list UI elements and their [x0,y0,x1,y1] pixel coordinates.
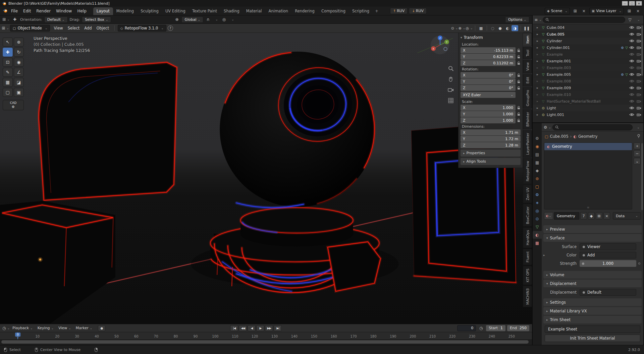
new-scene-button[interactable]: ⊞ [572,8,579,14]
menubar-item[interactable]: Help [74,8,89,14]
add-slot-button[interactable]: ＋ [634,142,641,149]
outliner-row[interactable]: ▸ ▽ ⊙ Example.008 ⚙ ▽ [533,78,643,84]
object-visibility-dropdown[interactable]: ⊙ [451,25,458,31]
new-material-button[interactable]: ⊞ [596,212,602,220]
displacement-panel-header[interactable]: Displacement [543,280,642,287]
breadcrumb-material[interactable]: Geometry [578,134,597,139]
menubar-item[interactable]: Edit [20,8,34,14]
proportional-editing-icon[interactable]: ◎ [221,16,227,22]
outliner-row[interactable]: ▸ ▽ ⊙ Example ⚙ ▽ [533,51,643,58]
pan-hand-icon[interactable] [447,76,454,82]
hide-eye-icon[interactable] [629,86,634,90]
data-source-dropdown[interactable]: Data [613,212,641,220]
tab-particles[interactable]: ∗ [533,199,542,206]
blender-logo-icon[interactable] [3,9,8,13]
current-frame-field[interactable]: 0 [457,325,476,331]
scrollbar-handle[interactable] [1,340,529,344]
lock-icon[interactable] [517,55,521,59]
disable-render-camera-icon[interactable] [637,100,641,103]
disable-render-camera-icon[interactable] [637,66,641,69]
timeline-ruler[interactable]: 0 01020304050607080901001101201301401501… [0,332,532,339]
orientation-dropdown[interactable]: Default [44,16,68,23]
scene-selector[interactable]: ◆ Scene [545,8,570,14]
outliner-row[interactable]: ▸ ▽ ⊙ Cylinder ⚙ ▽ [533,38,643,44]
snap-target-dropdown[interactable] [213,16,219,22]
viewport-canvas[interactable]: .f{fill:#060606} .rh{stroke:rgba(255,40,… [0,33,532,324]
cursor-tool[interactable]: ⊕ [14,38,24,47]
jump-start-button[interactable]: |◀ [230,325,238,331]
trim-sheet-panel-header[interactable]: Trim Sheet [543,316,642,323]
hide-eye-icon[interactable] [629,93,634,96]
scale-tool[interactable]: ⊡ [3,58,13,67]
jump-end-button[interactable]: ▶| [274,325,282,331]
outliner-row[interactable]: ▸ ▽ ⊙ Cube.004 ⚙ ▽ [533,24,643,31]
ortho-grid-icon[interactable] [447,97,454,104]
n-panel-tab[interactable]: GroupPro [523,87,532,109]
navigation-gizmo[interactable]: X Y Z [430,35,450,56]
outliner-scrollbar[interactable] [641,25,643,76]
hide-eye-icon[interactable] [629,66,634,69]
lock-icon[interactable] [517,73,521,77]
n-panel-tab[interactable]: View [523,60,532,73]
overlays-dropdown[interactable]: ◎ [466,25,473,31]
hide-eye-icon[interactable] [629,73,634,76]
tab-scene[interactable]: ◆ [533,167,542,174]
lock-icon[interactable] [517,61,521,65]
expand-arrow-icon[interactable]: ▸ [537,53,540,56]
workspace-tab[interactable]: Sculpting [137,7,162,15]
tab-object[interactable]: ▢ [533,183,542,190]
surface-shader-field[interactable]: Viewer [580,243,636,250]
fake-user-shield-icon[interactable]: ◆ [588,212,595,220]
zoom-icon[interactable] [447,65,454,72]
editor-split-icon[interactable]: ❚❚ [523,25,530,31]
users-count-button[interactable]: 7 [580,212,587,220]
n-panel-tab[interactable]: LayerPainter [523,130,532,158]
frame-end-field[interactable]: End 250 [507,325,529,331]
disable-render-camera-icon[interactable] [637,113,641,116]
lock-icon[interactable] [517,86,521,90]
unlink-scene-button[interactable]: × [581,8,587,14]
measure-tool[interactable]: ∠ [14,68,24,77]
dimension-field[interactable]: X1.71 m [461,129,521,135]
slot-specials-menu[interactable]: ⌄ [634,158,641,165]
transform-orientation-dropdown[interactable]: Global [181,16,203,23]
xray-toggle-icon[interactable]: ▩ [478,25,484,31]
rotate-tool[interactable]: ↻ [14,48,24,57]
editor-type-icon[interactable]: ◷ [3,325,9,331]
viewport-menu-item[interactable]: View [51,25,65,32]
expand-arrow-icon[interactable]: ▸ [537,66,540,69]
init-trim-sheet-button[interactable]: Init Trim Sheet Material [545,335,640,342]
remove-slot-button[interactable]: − [634,150,641,157]
help-button[interactable]: ? [168,25,173,31]
dimension-field[interactable]: Z1.28 m [461,142,521,148]
auto-keyframe-button[interactable]: ● [98,325,105,331]
add-cube-tool[interactable]: ▦ [3,78,13,87]
scale-field[interactable]: Z1.000 [461,117,521,123]
outliner-row[interactable]: ▸ ▽ ⊙ Example.001 ⚙ ▽ [533,58,643,64]
disable-render-camera-icon[interactable] [637,59,641,63]
properties-panel-header[interactable]: Properties [461,150,521,157]
pin-icon[interactable] [637,134,640,139]
n-panel-tab[interactable]: HardOps [523,227,532,248]
shading-material-icon[interactable]: ◐ [504,25,511,31]
disable-render-camera-icon[interactable] [637,86,641,90]
workspace-tab[interactable]: Scripting [349,7,373,15]
remove-view-layer-button[interactable]: × [635,8,641,14]
disable-render-camera-icon[interactable] [637,39,641,43]
disable-render-camera-icon[interactable] [637,53,641,56]
brush-tool[interactable]: ◪ [14,78,24,87]
browse-material-dropdown[interactable]: ◐⌄ [544,212,553,220]
preview-panel-header[interactable]: Preview [543,225,642,233]
editor-type-icon[interactable]: ≡ [535,17,541,23]
disable-render-camera-icon[interactable] [637,73,641,76]
lock-icon[interactable] [517,119,521,122]
align-tools-panel-header[interactable]: Align Tools [461,158,521,165]
retopoflow-dropdown[interactable]: ◇ RetopoFlow 3.1.0 [118,25,166,32]
hide-eye-icon[interactable] [629,106,634,110]
workspace-tab[interactable]: Material [243,7,265,15]
hide-eye-icon[interactable] [629,59,634,63]
outliner-row[interactable]: ▸ ▽ ⊙ HardSurface_MaterialTestBall ⚙ ▽ [533,98,643,105]
playhead-frame-label[interactable]: 0 [15,333,20,337]
outliner-row[interactable]: ▸ ▽ ⊙ Example.009 ⚙ ▽ [533,84,643,91]
lock-icon[interactable] [517,106,521,110]
